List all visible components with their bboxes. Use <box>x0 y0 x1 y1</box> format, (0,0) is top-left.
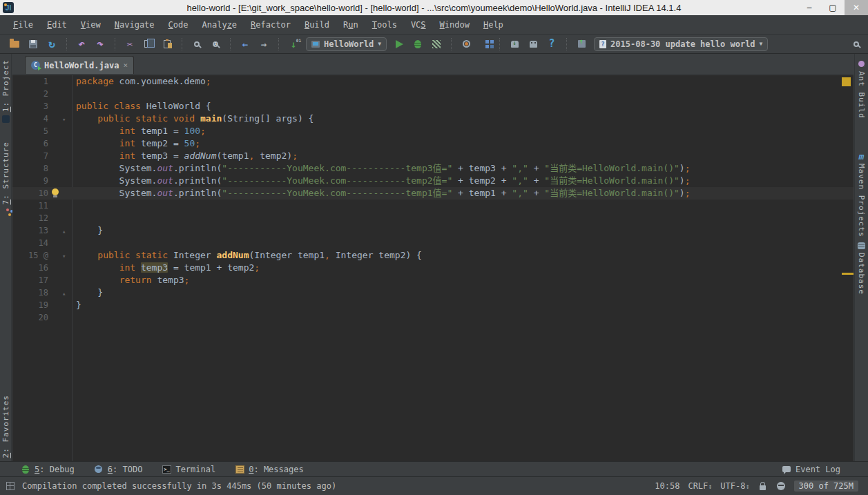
line-number[interactable]: 14 <box>12 237 48 249</box>
line-number[interactable]: 1 <box>12 75 48 88</box>
tool-window-button-2-favorites[interactable]: 2: Favorites★ <box>1 395 10 469</box>
project-structure-icon[interactable] <box>479 38 491 50</box>
tool-window-button-5-debug[interactable]: 5: Debug <box>21 465 75 474</box>
error-stripe-top-mark[interactable] <box>842 77 851 86</box>
fold-marker-icon[interactable]: ▴ <box>62 225 66 237</box>
event-log-button[interactable]: Event Log <box>782 465 840 474</box>
menu-item-navigate[interactable]: Navigate <box>108 18 161 32</box>
menu-item-run[interactable]: Run <box>337 18 365 32</box>
menu-item-refactor[interactable]: Refactor <box>244 18 297 32</box>
line-number[interactable]: 10 <box>12 187 48 200</box>
cut-icon[interactable]: ✂ <box>124 38 136 50</box>
line-number[interactable]: 19 <box>12 299 48 311</box>
tool-window-button-maven-projects[interactable]: mMaven Projects <box>857 152 866 237</box>
make-project-icon[interactable]: ↓ <box>287 38 300 50</box>
menu-item-build[interactable]: Build <box>298 18 336 32</box>
tool-window-button-database[interactable]: Database <box>857 241 866 295</box>
line-number[interactable]: 18 <box>12 287 48 299</box>
intention-bulb-icon[interactable] <box>51 188 59 198</box>
line-ending-widget[interactable]: CRLF↕ <box>688 481 712 491</box>
copy-icon[interactable] <box>142 38 155 50</box>
tool-window-label: Terminal <box>175 465 215 474</box>
menu-item-code[interactable]: Code <box>162 18 195 32</box>
settings-icon[interactable] <box>460 38 472 50</box>
lock-icon[interactable] <box>758 481 768 491</box>
run-configuration-combo[interactable]: HelloWorld▼ <box>306 37 387 51</box>
memory-indicator[interactable]: 300 of 725M <box>794 481 858 492</box>
tool-window-label: 7: Structure <box>1 142 10 204</box>
synchronize-icon[interactable]: ↻ <box>46 38 58 50</box>
search-everywhere-icon[interactable] <box>850 38 862 50</box>
hector-inspections-icon[interactable] <box>776 481 786 491</box>
menu-item-analyze[interactable]: Analyze <box>196 18 244 32</box>
line-number[interactable]: 16 <box>12 262 48 274</box>
caret-position-widget[interactable]: 10:58 <box>655 481 679 491</box>
sdk-manager-icon[interactable] <box>508 38 521 50</box>
menu-item-edit[interactable]: Edit <box>41 18 73 32</box>
line-number[interactable]: 15 @ <box>12 249 48 262</box>
tab-helloworld-java[interactable]: C HelloWorld.java × <box>25 56 134 74</box>
line-number[interactable]: 7 <box>12 150 48 162</box>
tool-window-button-0-messages[interactable]: 0: Messages <box>235 465 303 474</box>
menu-item-vcs[interactable]: VCS <box>405 18 432 32</box>
fold-marker-icon[interactable]: ▴ <box>62 287 66 300</box>
save-all-icon[interactable] <box>27 38 39 50</box>
error-stripe-identifier-mark[interactable] <box>842 273 853 275</box>
encoding-widget[interactable]: UTF-8↕ <box>720 481 749 491</box>
undo-icon[interactable]: ↶ <box>75 38 88 50</box>
line-number[interactable]: 9 <box>12 175 48 187</box>
menu-item-window[interactable]: Window <box>434 18 476 32</box>
line-number[interactable]: 12 <box>12 212 48 224</box>
line-number[interactable]: 13 <box>12 224 48 237</box>
menu-item-view[interactable]: View <box>75 18 107 32</box>
forward-icon[interactable]: → <box>258 38 270 50</box>
line-number[interactable]: 3 <box>12 100 48 113</box>
tool-window-button-1-project[interactable]: 1: Project <box>1 59 10 124</box>
tool-window-label: Maven Projects <box>857 164 866 237</box>
line-number[interactable]: 20 <box>12 311 48 324</box>
left-tool-window-strip: 1: Project7: Structure2: Favorites★ <box>0 54 12 461</box>
vcs-label: 2015-08-30 update hello world <box>610 39 755 49</box>
run-icon[interactable] <box>393 38 405 50</box>
tab-close-icon[interactable]: × <box>123 61 128 70</box>
line-number[interactable]: 11 <box>12 200 48 212</box>
find-icon[interactable] <box>191 38 203 50</box>
tool-window-button-6-todo[interactable]: 6: TODO <box>94 465 143 474</box>
redo-icon[interactable]: ↷ <box>94 38 106 50</box>
line-number[interactable]: 17 <box>12 274 48 287</box>
menu-item-file[interactable]: File <box>7 18 39 32</box>
toolbar-separator <box>115 38 115 50</box>
line-number[interactable]: 5 <box>12 125 48 137</box>
debug-icon[interactable] <box>412 38 424 50</box>
fold-marker-icon[interactable]: ▾ <box>62 113 66 126</box>
help-icon[interactable]: ? <box>546 38 558 50</box>
paste-icon[interactable] <box>161 38 173 50</box>
line-number[interactable]: 2 <box>12 88 48 100</box>
menu-item-tools[interactable]: Tools <box>366 18 403 32</box>
save-and-sync-icon[interactable] <box>575 38 588 50</box>
maximize-button[interactable]: ▢ <box>821 0 845 15</box>
avd-manager-icon[interactable] <box>527 38 539 50</box>
open-folder-icon[interactable] <box>8 38 21 50</box>
tool-window-button-terminal[interactable]: >_Terminal <box>162 465 215 474</box>
line-number[interactable]: 4 <box>12 113 48 125</box>
run-configuration-icon <box>311 41 320 48</box>
java-class-icon: C <box>31 61 40 70</box>
line-number[interactable]: 6 <box>12 137 48 150</box>
run-with-coverage-icon[interactable] <box>430 38 443 50</box>
replace-icon[interactable] <box>209 38 222 50</box>
tool-window-toggle-icon[interactable] <box>6 481 15 491</box>
minimize-button[interactable]: – <box>798 0 821 15</box>
tool-window-button-ant-build[interactable]: Ant Build <box>857 59 866 119</box>
code-editor[interactable]: 1package com.youmeek.demo;2 3public clas… <box>12 75 853 461</box>
code-line: 12 <box>12 212 853 224</box>
line-number[interactable]: 8 <box>12 162 48 175</box>
title-bar: JI hello-world - [E:\git_work_space\hell… <box>0 0 868 15</box>
fold-marker-icon[interactable]: ▾ <box>62 250 66 262</box>
vcs-update-combo[interactable]: ?2015-08-30 update hello world▼ <box>594 37 768 51</box>
back-icon[interactable]: ← <box>239 38 251 50</box>
tool-window-button-7-structure[interactable]: 7: Structure <box>1 142 10 216</box>
intellij-idea-window: JI hello-world - [E:\git_work_space\hell… <box>0 0 868 495</box>
menu-item-help[interactable]: Help <box>477 18 510 32</box>
close-button[interactable]: ✕ <box>845 0 868 15</box>
